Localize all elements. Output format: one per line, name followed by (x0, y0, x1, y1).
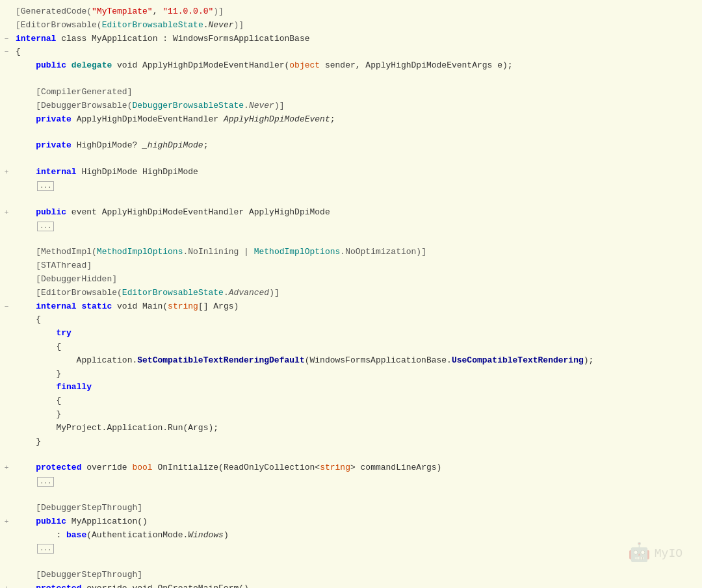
code-content: finally (13, 381, 702, 394)
collapse-button[interactable]: − (5, 34, 9, 45)
code-line: try (0, 327, 702, 340)
expand-button[interactable]: + (5, 517, 9, 528)
gutter-cell: + (0, 206, 13, 219)
gutter-cell (0, 475, 13, 476)
code-content: { (13, 45, 702, 59)
code-content: [DebuggerStepThrough] (13, 502, 702, 515)
code-line: finally (0, 381, 702, 394)
code-line (0, 448, 702, 461)
code-content: [DebuggerHidden] (13, 273, 702, 287)
collapse-button[interactable]: − (5, 301, 9, 313)
code-editor: [GeneratedCode("MyTemplate", "11.0.0.0")… (0, 0, 702, 588)
code-line: } (0, 368, 702, 381)
gutter-cell (0, 489, 13, 490)
gutter-cell (0, 153, 13, 154)
code-content: : base(AuthenticationMode.Windows) (13, 529, 702, 543)
code-content: { (13, 394, 702, 408)
gutter-cell (0, 542, 13, 543)
code-line: { (0, 394, 702, 408)
gutter-cell (0, 502, 13, 503)
code-line: [CompilerGenerated] (0, 86, 702, 99)
code-line: + protected override void OnCreateMainFo… (0, 582, 702, 588)
code-content: } (13, 435, 702, 449)
code-content: ... (13, 475, 702, 489)
code-line: ... (0, 475, 702, 489)
code-content: protected override void OnCreateMainForm… (13, 582, 702, 588)
gutter-cell (0, 113, 13, 114)
collapsed-region[interactable]: ... (37, 181, 54, 191)
collapsed-region[interactable]: ... (37, 544, 54, 554)
code-line: Application.SetCompatibleTextRenderingDe… (0, 354, 702, 368)
code-content: internal static void Main(string[] Args) (13, 300, 702, 314)
code-line (0, 193, 702, 206)
code-content: public delegate void ApplyHighDpiModeEve… (13, 59, 702, 73)
expand-button[interactable]: + (5, 167, 9, 179)
gutter-cell: − (0, 300, 13, 313)
gutter-cell: + (0, 582, 13, 588)
gutter-cell (0, 86, 13, 87)
gutter-cell (0, 340, 13, 342)
code-content: try (13, 327, 702, 340)
code-content: [GeneratedCode("MyTemplate", "11.0.0.0")… (13, 5, 702, 19)
code-line (0, 153, 702, 166)
code-line: MyProject.Application.Run(Args); (0, 422, 702, 435)
code-content: [DebuggerBrowsable(DebuggerBrowsableStat… (13, 99, 702, 113)
code-line: ... (0, 220, 702, 233)
gutter-cell (0, 529, 13, 530)
code-content: private HighDpiMode? _highDpiMode; (13, 139, 702, 153)
gutter-cell (0, 59, 13, 60)
code-line: [EditorBrowsable(EditorBrowsableState.Ad… (0, 287, 702, 300)
expand-button[interactable]: + (5, 583, 9, 588)
collapsed-region[interactable]: ... (37, 477, 54, 487)
code-line: { (0, 313, 702, 327)
expand-button[interactable]: + (5, 207, 9, 219)
code-line: −{ (0, 45, 702, 59)
gutter-cell (0, 422, 13, 423)
code-line: [GeneratedCode("MyTemplate", "11.0.0.0")… (0, 5, 702, 19)
code-line: + public event ApplyHighDpiModeEventHand… (0, 206, 702, 220)
gutter-cell (0, 435, 13, 437)
collapse-button[interactable]: − (5, 47, 9, 58)
gutter-cell (0, 327, 13, 328)
code-line: [EditorBrowsable(EditorBrowsableState.Ne… (0, 19, 702, 32)
code-line: [DebuggerHidden] (0, 273, 702, 287)
code-line: : base(AuthenticationMode.Windows) (0, 529, 702, 543)
code-line: [MethodImpl(MethodImplOptions.NoInlining… (0, 246, 702, 259)
code-content: { (13, 313, 702, 327)
expand-button[interactable]: + (5, 463, 9, 474)
code-line: { (0, 340, 702, 354)
gutter-cell (0, 139, 13, 140)
code-content: ... (13, 542, 702, 556)
gutter-cell: − (0, 45, 13, 58)
gutter-cell (0, 5, 13, 6)
gutter-cell (0, 179, 13, 181)
code-content: [STAThread] (13, 259, 702, 273)
code-content: ... (13, 179, 702, 193)
code-line: } (0, 408, 702, 422)
code-content: public MyApplication() (13, 515, 702, 529)
code-content: [EditorBrowsable(EditorBrowsableState.Ad… (13, 287, 702, 300)
code-line (0, 126, 702, 139)
collapsed-region[interactable]: ... (37, 222, 54, 231)
gutter-cell (0, 246, 13, 247)
gutter-cell (0, 233, 13, 234)
code-content: } (13, 368, 702, 381)
code-line: − internal static void Main(string[] Arg… (0, 300, 702, 314)
gutter-cell (0, 313, 13, 314)
code-content: [EditorBrowsable(EditorBrowsableState.Ne… (13, 19, 702, 32)
gutter-cell (0, 408, 13, 409)
gutter-cell (0, 99, 13, 101)
code-line: [DebuggerBrowsable(DebuggerBrowsableStat… (0, 99, 702, 113)
gutter-cell (0, 394, 13, 396)
code-line (0, 556, 702, 569)
code-content: Application.SetCompatibleTextRenderingDe… (13, 354, 702, 368)
code-line: ... (0, 542, 702, 556)
gutter-cell (0, 19, 13, 20)
gutter-cell: − (0, 32, 13, 45)
gutter-cell: + (0, 166, 13, 179)
code-content: internal HighDpiMode HighDpiMode (13, 166, 702, 179)
code-content: [CompilerGenerated] (13, 86, 702, 99)
code-line (0, 73, 702, 86)
gutter-cell (0, 259, 13, 261)
gutter-cell (0, 193, 13, 194)
